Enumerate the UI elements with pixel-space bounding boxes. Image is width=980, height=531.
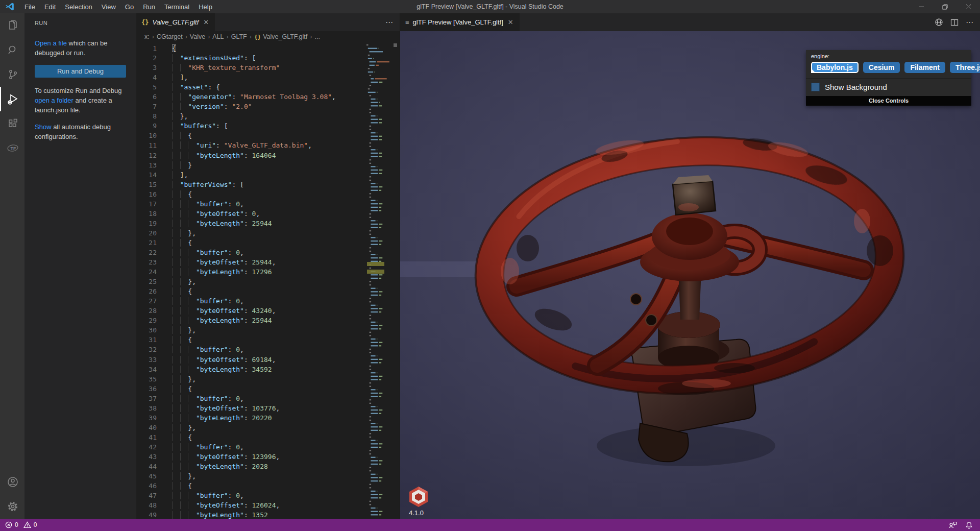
code-line[interactable]: 47 "buffer": 0, [136,491,400,500]
code-line[interactable]: 24 "byteLength": 17296 [136,267,400,277]
code-line[interactable]: 37 "buffer": 0, [136,394,400,403]
menu-file[interactable]: File [20,0,40,13]
code-line[interactable]: 7 "version": "2.0" [136,102,400,111]
account-icon[interactable] [0,470,24,494]
code-line[interactable]: 25 }, [136,277,400,286]
minimize-button[interactable] [910,0,933,13]
code-line[interactable]: 9 "buffers": [ [136,121,400,131]
code-line[interactable]: 31 { [136,335,400,345]
tab-close-icon[interactable]: ✕ [202,18,210,27]
code-line[interactable]: 39 "byteLength": 20220 [136,413,400,423]
source-control-icon[interactable] [0,62,24,87]
code-line[interactable]: 46 { [136,481,400,491]
code-line[interactable]: 45 }, [136,471,400,481]
problems-status[interactable]: 0 0 [0,521,37,528]
code-line[interactable]: 16 { [136,189,400,199]
run-and-debug-button[interactable]: Run and Debug [35,65,126,78]
search-icon[interactable] [0,38,24,62]
menu-help[interactable]: Help [194,0,217,13]
code-line[interactable]: 23 "byteOffset": 25944, [136,257,400,267]
code-line[interactable]: 27 "buffer": 0, [136,296,400,306]
code-line[interactable]: 17 "buffer": 0, [136,199,400,209]
code-line[interactable]: 19 "byteLength": 25944 [136,219,400,228]
tab-gltf-preview[interactable]: ≡ glTF Preview [Valve_GLTF.gltf] ✕ [400,13,520,31]
code-editor[interactable]: 1{2 "extensionsUsed": [3 "KHR_texture_tr… [136,43,400,519]
code-line[interactable]: 14 ], [136,170,400,180]
code-line[interactable]: 41 { [136,432,400,442]
tab-valve-gltf[interactable]: {} Valve_GLTF.gltf ✕ [136,13,215,31]
menu-view[interactable]: View [97,0,120,13]
code-line[interactable]: 26 { [136,286,400,296]
code-line[interactable]: 34 "byteLength": 34592 [136,365,400,374]
minimap[interactable] [366,43,398,518]
close-button[interactable] [957,0,980,13]
code-line[interactable]: 36 { [136,384,400,394]
code-line[interactable]: 2 "extensionsUsed": [ [136,53,400,63]
code-line[interactable]: 49 "byteLength": 1352 [136,510,400,519]
breadcrumb-item[interactable]: ... [314,33,320,40]
code-line[interactable]: 48 "byteOffset": 126024, [136,500,400,510]
code-line[interactable]: 33 "byteOffset": 69184, [136,355,400,365]
code-line[interactable]: 6 "generator": "Marmoset Toolbag 3.08", [136,92,400,102]
engine-button-cesium[interactable]: Cesium [863,62,900,73]
code-line[interactable]: 42 "buffer": 0, [136,442,400,452]
settings-gear-icon[interactable] [0,494,24,519]
preview-more-actions-icon[interactable]: ⋯ [966,18,974,27]
engine-button-babylon-js[interactable]: Babylon.js [811,62,859,73]
code-line[interactable]: 28 "byteOffset": 43240, [136,306,400,316]
run-debug-icon[interactable] [0,87,24,111]
feedback-icon[interactable] [948,521,957,529]
explorer-icon[interactable] [0,13,24,38]
code-line[interactable]: 30 }, [136,325,400,335]
show-link[interactable]: Show [35,123,52,131]
code-line[interactable]: 22 "buffer": 0, [136,248,400,257]
breadcrumb-item[interactable]: ALL [212,33,224,40]
code-line[interactable]: 38 "byteOffset": 103776, [136,403,400,413]
close-controls-button[interactable]: Close Controls [806,96,971,106]
restore-button[interactable] [933,0,957,13]
globe-icon[interactable] [935,18,943,27]
code-line[interactable]: 43 "byteOffset": 123996, [136,452,400,462]
more-actions-icon[interactable]: ⋯ [385,18,394,27]
menu-go[interactable]: Go [120,0,138,13]
code-line[interactable]: 10 { [136,131,400,140]
open-file-link[interactable]: Open a file [35,39,67,47]
minimap-slider[interactable] [394,43,397,47]
code-line[interactable]: 40 }, [136,423,400,432]
code-line[interactable]: 5 "asset": { [136,82,400,92]
breadcrumb-item[interactable]: GLTF [231,33,247,40]
code-line[interactable]: 1{ [136,43,400,53]
gltf-viewport[interactable]: 4.1.0 engine: Babylon.jsCesiumFilamentTh… [400,31,980,519]
code-line[interactable]: 3 "KHR_texture_transform" [136,63,400,73]
breadcrumb-item[interactable]: Valve_GLTF.gltf [263,33,307,40]
open-folder-link[interactable]: open a folder [35,96,74,104]
code-line[interactable]: 32 "buffer": 0, [136,345,400,354]
menu-run[interactable]: Run [138,0,160,13]
code-line[interactable]: 4 ], [136,73,400,82]
code-line[interactable]: 18 "byteOffset": 0, [136,209,400,219]
preview-tab-close-icon[interactable]: ✕ [507,18,514,27]
breadcrumb-item[interactable]: x: [144,33,150,40]
code-line[interactable]: 29 "byteLength": 25944 [136,316,400,325]
split-editor-icon[interactable] [950,18,959,27]
code-line[interactable]: 15 "bufferViews": [ [136,180,400,189]
engine-button-filament[interactable]: Filament [904,62,945,73]
gltf-extension-icon[interactable]: TF [0,136,24,160]
extensions-icon[interactable] [0,111,24,136]
breadcrumb-item[interactable]: Valve [190,33,205,40]
code-line[interactable]: 12 "byteLength": 164064 [136,151,400,160]
code-line[interactable]: 8 }, [136,111,400,121]
breadcrumb-item[interactable]: CGtarget [157,33,183,40]
code-line[interactable]: 44 "byteLength": 2028 [136,462,400,471]
menu-edit[interactable]: Edit [40,0,60,13]
menu-terminal[interactable]: Terminal [160,0,194,13]
code-line[interactable]: 11 "uri": "Valve_GLTF_data.bin", [136,140,400,150]
code-line[interactable]: 13 } [136,160,400,170]
code-line[interactable]: 20 }, [136,228,400,238]
engine-button-three-js[interactable]: Three.js [950,62,980,73]
show-background-checkbox[interactable] [811,83,820,91]
menu-selection[interactable]: Selection [60,0,96,13]
notifications-bell-icon[interactable] [965,521,973,529]
code-line[interactable]: 35 }, [136,374,400,384]
code-line[interactable]: 21 { [136,238,400,248]
